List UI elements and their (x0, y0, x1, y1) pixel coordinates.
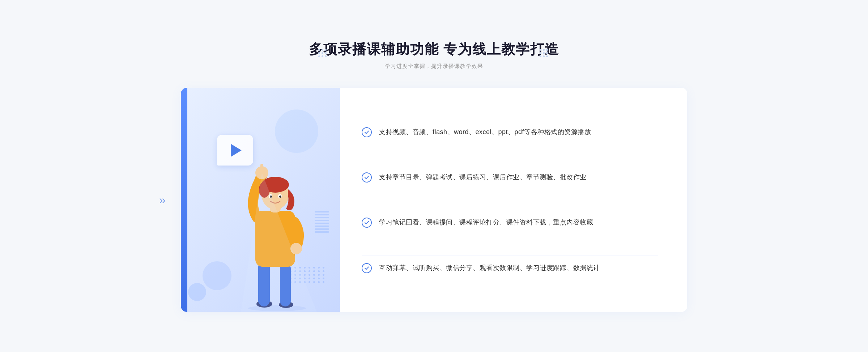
header-dots-left (318, 49, 328, 59)
check-icon-1 (362, 127, 372, 137)
circle-decoration-2 (188, 283, 206, 301)
blue-side-bar (181, 88, 187, 312)
check-icon-3 (362, 218, 372, 228)
page-wrapper: 多项录播课辅助功能 专为线上教学打造 学习进度全掌握，提升录播课教学效果 » (181, 40, 687, 312)
feature-item-1: 支持视频、音频、flash、word、excel、ppt、pdf等各种格式的资源… (362, 120, 658, 144)
person-illustration (230, 131, 331, 312)
feature-text-1: 支持视频、音频、flash、word、excel、ppt、pdf等各种格式的资源… (379, 126, 591, 138)
header-section: 多项录播课辅助功能 专为线上教学打造 学习进度全掌握，提升录播课教学效果 (181, 40, 687, 70)
feature-text-3: 学习笔记回看、课程提问、课程评论打分、课件资料下载，重点内容收藏 (379, 217, 593, 228)
page-title: 多项录播课辅助功能 专为线上教学打造 (309, 40, 559, 59)
feature-item-4: 互动弹幕、试听购买、微信分享、观看次数限制、学习进度跟踪、数据统计 (362, 256, 658, 280)
feature-text-2: 支持章节目录、弹题考试、课后练习、课后作业、章节测验、批改作业 (379, 172, 587, 183)
feature-text-4: 互动弹幕、试听购买、微信分享、观看次数限制、学习进度跟踪、数据统计 (379, 262, 600, 274)
check-icon-2 (362, 172, 372, 183)
main-content: » (181, 88, 687, 312)
svg-point-16 (279, 196, 281, 198)
header-dots-right (540, 49, 550, 59)
page-subtitle: 学习进度全掌握，提升录播课教学效果 (181, 63, 687, 70)
circle-decoration-1 (203, 261, 231, 290)
chevron-left-icon: » (159, 193, 166, 207)
feature-item-3: 学习笔记回看、课程提问、课程评论打分、课件资料下载，重点内容收藏 (362, 210, 658, 235)
left-illustration-panel (181, 88, 340, 312)
check-icon-4 (362, 263, 372, 273)
right-features-panel: 支持视频、音频、flash、word、excel、ppt、pdf等各种格式的资源… (340, 88, 687, 312)
feature-item-2: 支持章节目录、弹题考试、课后练习、课后作业、章节测验、批改作业 (362, 165, 658, 189)
